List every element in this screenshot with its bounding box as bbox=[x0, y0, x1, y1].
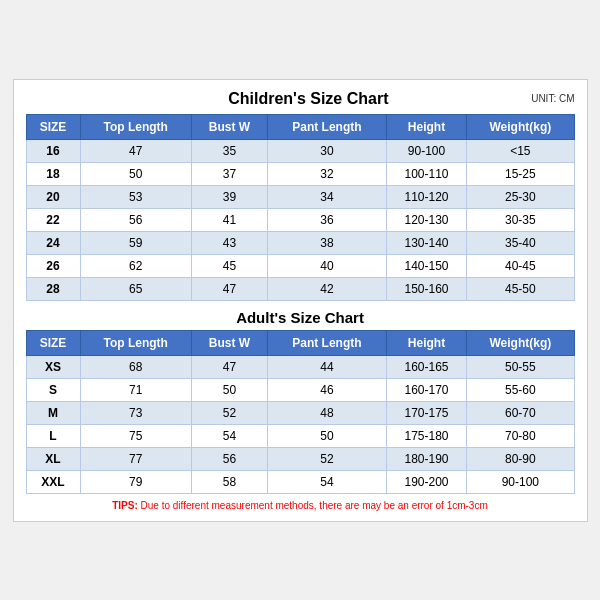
children-col-header: SIZE bbox=[26, 114, 80, 139]
adult-col-header: Bust W bbox=[191, 330, 267, 355]
table-cell: 60-70 bbox=[467, 401, 574, 424]
table-cell: 42 bbox=[268, 277, 387, 300]
table-cell: 35 bbox=[191, 139, 267, 162]
adult-header-row: SIZETop LengthBust WPant LengthHeightWei… bbox=[26, 330, 574, 355]
table-row: XL775652180-19080-90 bbox=[26, 447, 574, 470]
children-col-header: Pant Length bbox=[268, 114, 387, 139]
table-cell: 16 bbox=[26, 139, 80, 162]
adult-table: Adult's Size Chart SIZETop LengthBust WP… bbox=[26, 301, 575, 494]
children-col-header: Height bbox=[386, 114, 466, 139]
table-cell: 140-150 bbox=[386, 254, 466, 277]
table-row: L755450175-18070-80 bbox=[26, 424, 574, 447]
table-cell: 130-140 bbox=[386, 231, 466, 254]
table-cell: 15-25 bbox=[467, 162, 574, 185]
table-cell: 62 bbox=[80, 254, 191, 277]
table-cell: 20 bbox=[26, 185, 80, 208]
table-cell: 59 bbox=[80, 231, 191, 254]
table-cell: 58 bbox=[191, 470, 267, 493]
table-cell: 73 bbox=[80, 401, 191, 424]
table-cell: 45-50 bbox=[467, 277, 574, 300]
table-cell: 100-110 bbox=[386, 162, 466, 185]
table-row: XXL795854190-20090-100 bbox=[26, 470, 574, 493]
table-cell: 77 bbox=[80, 447, 191, 470]
children-col-header: Bust W bbox=[191, 114, 267, 139]
table-cell: 46 bbox=[268, 378, 387, 401]
table-cell: 150-160 bbox=[386, 277, 466, 300]
table-cell: 47 bbox=[191, 355, 267, 378]
table-cell: 52 bbox=[191, 401, 267, 424]
table-cell: 90-100 bbox=[386, 139, 466, 162]
table-cell: 36 bbox=[268, 208, 387, 231]
adult-section-title-row: Adult's Size Chart bbox=[26, 301, 574, 331]
adult-col-header: Top Length bbox=[80, 330, 191, 355]
table-cell: XL bbox=[26, 447, 80, 470]
table-row: 28654742150-16045-50 bbox=[26, 277, 574, 300]
table-cell: 40-45 bbox=[467, 254, 574, 277]
children-col-header: Top Length bbox=[80, 114, 191, 139]
table-cell: 45 bbox=[191, 254, 267, 277]
table-cell: 180-190 bbox=[386, 447, 466, 470]
table-cell: 47 bbox=[80, 139, 191, 162]
table-cell: 35-40 bbox=[467, 231, 574, 254]
table-cell: 160-165 bbox=[386, 355, 466, 378]
table-cell: 50 bbox=[191, 378, 267, 401]
table-cell: 30 bbox=[268, 139, 387, 162]
table-cell: 30-35 bbox=[467, 208, 574, 231]
tips-row: TIPS: Due to different measurement metho… bbox=[26, 500, 575, 511]
table-cell: 39 bbox=[191, 185, 267, 208]
table-cell: 160-170 bbox=[386, 378, 466, 401]
table-cell: 50 bbox=[80, 162, 191, 185]
children-header-row: SIZETop LengthBust WPant LengthHeightWei… bbox=[26, 114, 574, 139]
table-cell: 56 bbox=[80, 208, 191, 231]
table-cell: XXL bbox=[26, 470, 80, 493]
adult-chart-title: Adult's Size Chart bbox=[26, 301, 574, 331]
table-cell: 34 bbox=[268, 185, 387, 208]
table-cell: L bbox=[26, 424, 80, 447]
table-cell: 54 bbox=[191, 424, 267, 447]
table-cell: 79 bbox=[80, 470, 191, 493]
table-row: S715046160-17055-60 bbox=[26, 378, 574, 401]
table-cell: S bbox=[26, 378, 80, 401]
table-row: 1647353090-100<15 bbox=[26, 139, 574, 162]
table-cell: 48 bbox=[268, 401, 387, 424]
table-cell: <15 bbox=[467, 139, 574, 162]
adult-col-header: Height bbox=[386, 330, 466, 355]
table-cell: 71 bbox=[80, 378, 191, 401]
table-cell: 47 bbox=[191, 277, 267, 300]
main-title-row: Children's Size Chart UNIT: CM bbox=[26, 90, 575, 108]
table-cell: 70-80 bbox=[467, 424, 574, 447]
table-cell: 75 bbox=[80, 424, 191, 447]
table-cell: 26 bbox=[26, 254, 80, 277]
table-cell: 41 bbox=[191, 208, 267, 231]
table-cell: 24 bbox=[26, 231, 80, 254]
table-cell: 18 bbox=[26, 162, 80, 185]
table-cell: 40 bbox=[268, 254, 387, 277]
table-cell: 50 bbox=[268, 424, 387, 447]
table-cell: 22 bbox=[26, 208, 80, 231]
table-cell: 38 bbox=[268, 231, 387, 254]
children-table: SIZETop LengthBust WPant LengthHeightWei… bbox=[26, 114, 575, 301]
table-cell: 110-120 bbox=[386, 185, 466, 208]
table-row: 18503732100-11015-25 bbox=[26, 162, 574, 185]
table-cell: 54 bbox=[268, 470, 387, 493]
adult-col-header: Pant Length bbox=[268, 330, 387, 355]
table-row: M735248170-17560-70 bbox=[26, 401, 574, 424]
table-cell: XS bbox=[26, 355, 80, 378]
table-cell: 170-175 bbox=[386, 401, 466, 424]
adult-col-header: SIZE bbox=[26, 330, 80, 355]
table-cell: 43 bbox=[191, 231, 267, 254]
table-cell: 52 bbox=[268, 447, 387, 470]
table-cell: 90-100 bbox=[467, 470, 574, 493]
children-chart-title: Children's Size Chart bbox=[86, 90, 532, 108]
table-cell: 44 bbox=[268, 355, 387, 378]
table-cell: 50-55 bbox=[467, 355, 574, 378]
table-cell: 55-60 bbox=[467, 378, 574, 401]
table-cell: 28 bbox=[26, 277, 80, 300]
table-row: 22564136120-13030-35 bbox=[26, 208, 574, 231]
children-col-header: Weight(kg) bbox=[467, 114, 574, 139]
tips-text: TIPS: Due to different measurement metho… bbox=[112, 500, 488, 511]
table-cell: 65 bbox=[80, 277, 191, 300]
table-cell: 190-200 bbox=[386, 470, 466, 493]
table-row: 20533934110-12025-30 bbox=[26, 185, 574, 208]
unit-label: UNIT: CM bbox=[531, 93, 574, 104]
